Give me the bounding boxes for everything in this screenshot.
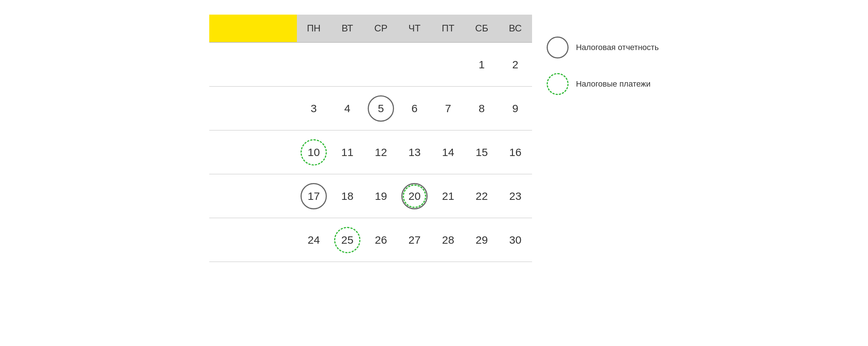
day-cell: 24 [297,220,330,261]
calendar-row: 3456789 [209,87,532,130]
day-number: 6 [401,95,428,122]
day-number: 23 [502,183,528,209]
calendar-row: 10111213141516 [209,130,532,174]
day-number: 25 [334,227,360,253]
day-number: 0 [334,52,360,78]
day-number: 20 [401,183,428,209]
calendar-row: 0000012 [209,43,532,87]
day-number: 0 [368,52,394,78]
day-cell: 6 [398,88,431,129]
day-number: 15 [469,139,495,166]
day-number: 22 [469,183,495,209]
day-number: 18 [334,183,360,209]
day-number: 28 [435,227,461,253]
day-header: ВС [498,15,532,42]
day-cell: 14 [431,132,465,173]
day-number: 29 [469,227,495,253]
calendar-row: 17181920212223 [209,174,532,218]
day-number: 5 [368,95,394,122]
day-number: 11 [334,139,360,166]
day-cell: 28 [431,220,465,261]
day-cell: 23 [498,176,532,217]
day-number: 27 [401,227,428,253]
day-number: 16 [502,139,528,166]
day-headers: ПНВТСРЧТПТСБВС [297,15,532,42]
day-number: 12 [368,139,394,166]
day-cell: 25 [330,220,364,261]
day-number: 0 [435,52,461,78]
day-cells: 17181920212223 [297,176,532,217]
calendar-body: 0000012345678910111213141516171819202122… [209,42,532,262]
day-cell: 21 [431,176,465,217]
legend-circle-dashed [547,73,569,95]
day-header: ВТ [330,15,364,42]
day-cell: 30 [498,220,532,261]
day-number: 21 [435,183,461,209]
calendar-row: 24252627282930 [209,218,532,262]
legend-item: Налоговая отчетность [547,37,659,58]
day-cell: 10 [297,132,330,173]
day-cell: 5 [364,88,398,129]
legend-label: Налоговые платежи [576,79,650,90]
day-cell: 20 [398,176,431,217]
day-cell: 18 [330,176,364,217]
day-cell: 7 [431,88,465,129]
day-cell: 26 [364,220,398,261]
day-cell: 4 [330,88,364,129]
day-cell: 13 [398,132,431,173]
day-cells: 3456789 [297,88,532,129]
day-cells: 0000012 [297,44,532,85]
day-cell: 15 [465,132,498,173]
calendar: ПНВТСРЧТПТСБВС 0000012345678910111213141… [209,15,532,262]
day-number: 14 [435,139,461,166]
day-cell: 22 [465,176,498,217]
day-number: 19 [368,183,394,209]
calendar-header: ПНВТСРЧТПТСБВС [209,15,532,42]
day-header: СБ [465,15,498,42]
legend-item: Налоговые платежи [547,73,659,95]
day-number: 10 [301,139,327,166]
day-number: 0 [301,52,327,78]
day-number: 17 [301,183,327,209]
day-number: 0 [401,52,428,78]
day-cell: 27 [398,220,431,261]
day-number: 24 [301,227,327,253]
day-cell: 19 [364,176,398,217]
day-cell: 12 [364,132,398,173]
day-cell: 9 [498,88,532,129]
day-cell: 1 [465,44,498,85]
legend: Налоговая отчетностьНалоговые платежи [547,37,659,95]
day-cell: 0 [431,44,465,85]
calendar-wrapper: ПНВТСРЧТПТСБВС 0000012345678910111213141… [209,15,659,262]
day-number: 4 [334,95,360,122]
day-number: 1 [469,52,495,78]
day-number: 7 [435,95,461,122]
day-cell: 29 [465,220,498,261]
day-cell: 8 [465,88,498,129]
day-cell: 0 [364,44,398,85]
day-number: 9 [502,95,528,122]
day-cell: 11 [330,132,364,173]
month-title [209,15,297,42]
day-number: 13 [401,139,428,166]
day-header: ПТ [431,15,465,42]
day-cell: 3 [297,88,330,129]
day-number: 30 [502,227,528,253]
day-cell: 0 [297,44,330,85]
legend-label: Налоговая отчетность [576,42,659,53]
day-header: ПН [297,15,330,42]
day-cell: 17 [297,176,330,217]
legend-circle-solid [547,37,569,58]
day-number: 8 [469,95,495,122]
day-number: 2 [502,52,528,78]
day-number: 26 [368,227,394,253]
day-header: ЧТ [398,15,431,42]
day-cell: 2 [498,44,532,85]
day-cells: 10111213141516 [297,132,532,173]
day-cell: 0 [330,44,364,85]
day-cell: 0 [398,44,431,85]
day-header: СР [364,15,398,42]
day-cell: 16 [498,132,532,173]
day-cells: 24252627282930 [297,220,532,261]
day-number: 3 [301,95,327,122]
